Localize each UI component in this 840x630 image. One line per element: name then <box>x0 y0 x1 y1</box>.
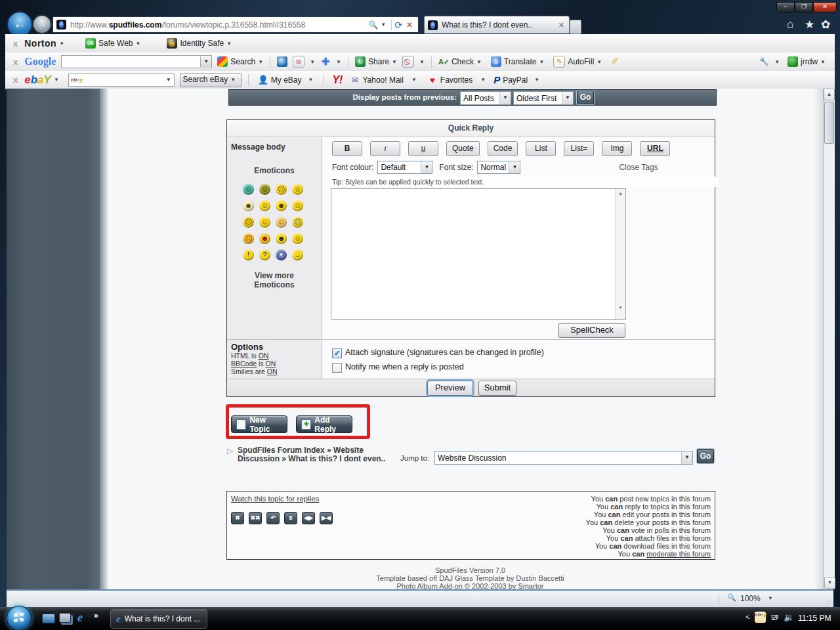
tray-ebay-icon[interactable]: ebay <box>755 612 766 623</box>
show-desktop-icon[interactable] <box>42 614 55 623</box>
start-button[interactable] <box>7 606 32 630</box>
favorites-star-icon[interactable]: ★ <box>805 18 814 32</box>
popup-blocker-icon[interactable]: ⃠ <box>402 56 414 68</box>
attach-signature-checkbox[interactable]: ✓ <box>332 348 342 358</box>
posts-filter-select[interactable]: All Posts▼ <box>460 91 511 105</box>
jump-to-go-button[interactable]: Go <box>697 449 714 463</box>
format-button[interactable]: B <box>332 141 362 156</box>
tab-close-icon[interactable]: ✕ <box>558 21 564 30</box>
search-icon[interactable]: 🔍 <box>368 20 378 30</box>
quick-launch-chevron[interactable]: » <box>94 611 98 620</box>
home-icon[interactable]: ⌂ <box>787 18 793 31</box>
scrollbar-thumb[interactable] <box>824 102 834 144</box>
split-topic-icon[interactable]: ◀▶ <box>302 512 315 524</box>
merge-topic-icon[interactable]: ▶◀ <box>320 512 333 524</box>
bbcode-link[interactable]: BBCode <box>231 360 257 368</box>
maximize-button[interactable]: ❐ <box>795 2 813 12</box>
notify-checkbox[interactable] <box>332 363 342 373</box>
paypal-menu[interactable]: PayPal <box>503 75 528 85</box>
delete-topic-icon[interactable]: ✖ <box>231 512 244 524</box>
emoticon-mad[interactable]: ☹ <box>243 217 254 228</box>
scroll-down-icon[interactable]: ▼ <box>824 577 835 589</box>
textarea-scroll-down-icon[interactable]: ▼ <box>616 305 625 310</box>
add-reply-button[interactable]: ✚ Add Reply <box>296 415 352 433</box>
clock[interactable]: 11:15 PM <box>798 614 831 623</box>
url-bar[interactable]: http://www.spudfiles.com/forums/viewtopi… <box>52 16 419 33</box>
breadcrumb[interactable]: SpudFiles Forum Index » WebsiteDiscussio… <box>238 446 395 463</box>
emoticon-sad[interactable]: ☹ <box>276 184 287 195</box>
emoticon-smile[interactable]: ☺ <box>259 200 270 211</box>
stop-icon[interactable]: ✕ <box>406 20 413 30</box>
emoticon-mrgreen[interactable]: ☺ <box>243 184 254 195</box>
google-check-button[interactable]: Check <box>452 57 474 66</box>
ebay-close-icon[interactable]: x <box>13 75 18 85</box>
format-button[interactable]: Code <box>488 141 518 156</box>
highlighter-icon[interactable]: ✐ <box>610 56 620 67</box>
new-tab-stub[interactable] <box>570 20 581 34</box>
resize-grip[interactable]: ⋰ <box>824 600 831 607</box>
spellcheck-button[interactable]: SpellCheck <box>558 323 625 338</box>
lock-topic-icon[interactable]: 8 <box>284 512 297 524</box>
textarea-scrollbar[interactable]: ▲ ▼ <box>615 189 625 319</box>
font-size-select[interactable]: Normal▼ <box>477 161 520 174</box>
minimize-button[interactable]: – <box>776 2 795 12</box>
close-button[interactable]: ✕ <box>813 2 837 12</box>
google-share-button[interactable]: Share <box>368 57 389 66</box>
emoticon-cool-shades[interactable]: ☻ <box>276 233 287 244</box>
yahoo-logo[interactable]: Y! <box>332 74 343 86</box>
norton-identity-safe-menu[interactable]: Identity Safe <box>180 39 224 48</box>
google-translate-button[interactable]: Translate <box>504 57 537 66</box>
message-textarea[interactable]: ▲ ▼ <box>331 188 626 320</box>
yahoo-mail-menu[interactable]: Yahoo! Mail <box>362 75 403 85</box>
forward-button[interactable]: → <box>32 14 52 34</box>
norton-menu[interactable]: Norton <box>24 38 56 49</box>
emoticon-idea[interactable]: ☀ <box>276 249 287 261</box>
ebay-search-input[interactable]: ebay ▼ <box>68 74 175 87</box>
refresh-icon[interactable]: ⟳ <box>394 20 402 30</box>
scroll-up-icon[interactable]: ▲ <box>824 89 835 100</box>
format-button[interactable]: List <box>526 141 556 156</box>
search-dropdown-icon[interactable]: ▼ <box>381 22 386 28</box>
emoticon-arrow[interactable]: → <box>292 249 303 261</box>
google-search-button[interactable]: Search <box>230 57 255 66</box>
ebay-input-dropdown-icon[interactable]: ▼ <box>163 75 174 85</box>
zoom-level[interactable]: 100% <box>740 594 761 603</box>
emoticon-neutral[interactable]: ☺ <box>259 184 270 195</box>
emoticon-exclaim[interactable]: ! <box>243 249 254 261</box>
google-close-icon[interactable]: x <box>13 57 18 67</box>
emoticon-razz[interactable]: ☺ <box>292 184 303 195</box>
norton-close-icon[interactable]: x <box>13 39 18 49</box>
submit-button[interactable]: Submit <box>478 381 516 396</box>
format-button[interactable]: Img <box>602 141 632 156</box>
emoticon-redface[interactable]: ☺ <box>276 217 287 228</box>
network-icon[interactable]: 🖳 <box>770 612 779 622</box>
posts-sort-select[interactable]: Oldest First▼ <box>513 91 574 105</box>
my-ebay-menu[interactable]: My eBay <box>271 75 302 85</box>
format-button[interactable]: u <box>408 141 438 156</box>
ebay-search-button[interactable]: Search eBay▼ <box>180 73 242 87</box>
quick-launch-ie-icon[interactable]: e <box>77 611 83 625</box>
ebay-favorites-menu[interactable]: Favorites <box>440 75 472 85</box>
view-more-emoticons-link[interactable]: View moreEmoticons <box>227 271 322 289</box>
preview-button[interactable]: Preview <box>427 381 473 396</box>
emoticon-biggrin[interactable]: ☺ <box>259 217 270 228</box>
emoticon-wink[interactable]: ☺ <box>292 233 303 244</box>
page-scrollbar[interactable]: ▲ ▼ <box>823 89 835 589</box>
google-account-menu[interactable]: jrrdw <box>801 57 818 66</box>
emoticon-question[interactable]: ? <box>259 249 270 261</box>
posts-go-button[interactable]: Go <box>577 91 594 104</box>
wrench-icon[interactable]: 🔧 <box>759 56 769 67</box>
google-news-icon[interactable]: ▤ <box>293 56 304 68</box>
google-search-input[interactable]: ▼ <box>61 55 212 68</box>
google-autofill-button[interactable]: AutoFill <box>568 57 594 66</box>
ebay-logo[interactable]: ebaY <box>24 74 51 87</box>
font-colour-select[interactable]: Default▼ <box>377 161 432 174</box>
tray-chevron-icon[interactable]: < <box>746 613 749 621</box>
format-button[interactable]: i <box>370 141 400 156</box>
norton-safe-web-menu[interactable]: Safe Web <box>98 39 133 48</box>
close-tags-link[interactable]: Close Tags <box>619 163 658 172</box>
switch-windows-icon[interactable] <box>59 613 71 623</box>
jump-to-select[interactable]: Website Discussion▼ <box>434 451 693 465</box>
google-add-icon[interactable]: ✚ <box>320 56 331 67</box>
textarea-scroll-up-icon[interactable]: ▲ <box>616 189 625 198</box>
